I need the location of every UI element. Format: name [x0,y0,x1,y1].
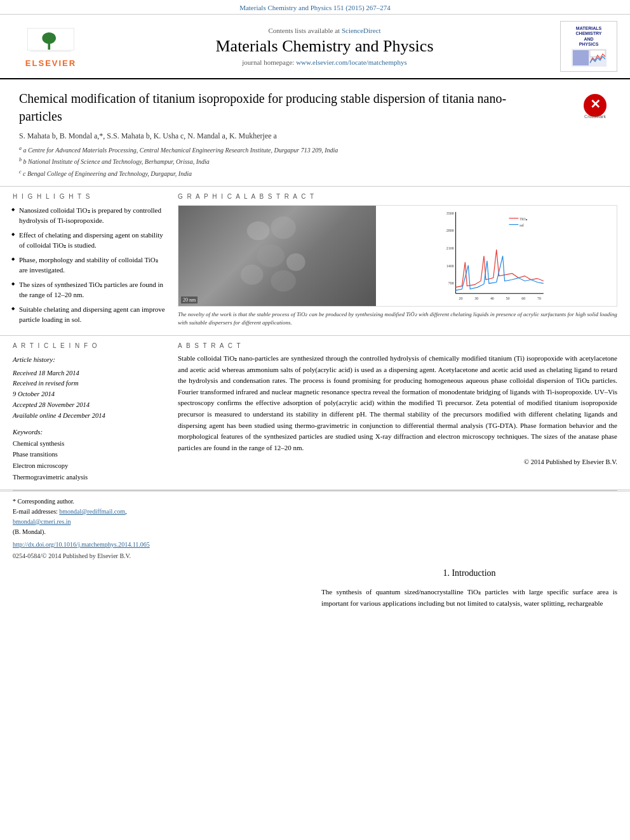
authors-list: S. Mahata b, B. Mondal a,*, S.S. Mahata … [19,131,566,141]
svg-point-10 [247,222,270,241]
journal-reference: Materials Chemistry and Physics 151 (201… [0,0,630,15]
sciencedirect-link[interactable]: ScienceDirect [342,27,381,34]
svg-text:CrossMark: CrossMark [584,114,606,119]
svg-text:2800: 2800 [446,229,453,232]
email-label: E-mail addresses: bmondal@rediffmail.com… [13,507,165,527]
abstract-label: A B S T R A C T [178,342,617,349]
sciencedirect-line: Contents lists available at ScienceDirec… [89,27,560,34]
svg-text:3500: 3500 [446,211,453,215]
keyword-3: Electron microscopy [13,460,165,472]
tem-nanoparticles [178,206,376,306]
introduction-text: The synthesis of quantum sized/nanocryst… [321,587,617,609]
svg-text:30: 30 [474,297,478,300]
keyword-2: Phase transitions [13,449,165,460]
journal-url[interactable]: www.elsevier.com/locate/matchemphys [296,58,407,66]
svg-point-14 [241,265,264,285]
affiliation-a: a a Centre for Advanced Materials Proces… [19,145,566,156]
article-info-column: A R T I C L E I N F O Article history: R… [13,342,165,483]
abstract-column: A B S T R A C T Stable colloidal TiO₂ na… [178,342,617,483]
article-info-label: A R T I C L E I N F O [13,342,165,349]
svg-text:20: 20 [459,297,462,300]
author-name-footnote: (B. Mondal). [13,527,165,537]
elsevier-logo-area: ELSEVIER [13,25,89,68]
svg-text:70: 70 [537,297,540,300]
svg-text:50: 50 [506,297,509,300]
issn-line: 0254-0584/© 2014 Published by Elsevier B… [13,551,165,561]
journal-cover-thumbnail: MATERIALSCHEMISTRYANDPHYSICS [560,21,617,72]
svg-text:60: 60 [521,297,525,300]
highlights-column: H I G H L I G H T S Nanosized colloidal … [13,193,165,329]
highlight-item-5: Suitable chelating and dispersing agent … [13,304,165,325]
copyright-line: © 2014 Published by Elsevier B.V. [178,458,617,465]
affiliations: a a Centre for Advanced Materials Proces… [19,145,566,179]
email-link-2[interactable]: bmondal@cmeri.res.in [13,518,70,525]
introduction-section: 1. Introduction The synthesis of quantum… [0,566,630,610]
crossmark-icon: ✕ CrossMark [579,93,611,121]
journal-homepage: journal homepage: www.elsevier.com/locat… [89,58,560,66]
svg-rect-5 [573,50,589,65]
journal-header: ELSEVIER Contents lists available at Sci… [0,15,630,79]
graphical-abstract-column: G R A P H I C A L A B S T R A C T 20 nm [178,193,617,329]
highlights-list: Nanosized colloidal TiO₂ is prepared by … [13,205,165,325]
received-date: Received 18 March 2014 [13,368,165,379]
highlight-item-2: Effect of chelating and dispersing agent… [13,230,165,251]
svg-point-15 [271,270,296,292]
history-title: Article history: [13,354,165,366]
journal-title: Materials Chemistry and Physics [89,37,560,56]
highlight-item-3: Phase, morphology and stability of collo… [13,255,165,276]
graphical-abstract-label: G R A P H I C A L A B S T R A C T [178,193,617,200]
affiliation-b: b b National Institute of Science and Te… [19,156,566,167]
journal-center-info: Contents lists available at ScienceDirec… [89,27,560,66]
keyword-1: Chemical synthesis [13,438,165,450]
intro-left-column [13,566,309,610]
keywords-label: Keywords: [13,428,165,436]
elsevier-emblem [22,25,79,57]
received-revised-label: Received in revised form [13,378,165,389]
svg-point-13 [286,253,305,271]
available-online-date: Available online 4 December 2014 [13,411,165,422]
highlight-item-1: Nanosized colloidal TiO₂ is prepared by … [13,205,165,226]
article-history: Article history: Received 18 March 2014 … [13,354,165,422]
scale-bar: 20 nm [181,297,198,303]
accepted-date: Accepted 28 November 2014 [13,400,165,411]
keywords-list: Chemical synthesis Phase transitions Ele… [13,438,165,483]
email-link-1[interactable]: bmondal@rediffmail.com [59,508,125,515]
xrd-chart: 3500 2800 2100 1400 700 20 30 40 50 60 7… [376,206,617,306]
tem-image: 20 nm [178,206,376,306]
article-info-abstract-section: A R T I C L E I N F O Article history: R… [0,336,630,490]
affiliation-c: c c Bengal College of Engineering and Te… [19,168,566,179]
paper-title: Chemical modification of titanium isopro… [19,90,540,125]
svg-text:✕: ✕ [590,97,601,111]
svg-text:700: 700 [448,281,453,285]
introduction-heading: 1. Introduction [321,566,617,580]
revised-date: 9 October 2014 [13,389,165,400]
svg-text:40: 40 [490,297,493,300]
svg-text:1400: 1400 [446,264,453,268]
keyword-4: Thermogravimetric analysis [13,472,165,483]
svg-point-2 [42,32,56,43]
journal-cover-graphic [572,49,607,67]
highlights-label: H I G H L I G H T S [13,193,165,200]
svg-text:TiO₂: TiO₂ [519,217,527,221]
graphical-abstract-image: 20 nm 3500 2800 2100 1400 700 20 30 [178,205,617,307]
intro-right-column: 1. Introduction The synthesis of quantum… [321,566,617,610]
crossmark-badge: ✕ CrossMark [579,93,611,124]
elsevier-wordmark: ELSEVIER [25,58,76,68]
svg-point-11 [271,217,296,239]
corresponding-author-note: * Corresponding author. [13,497,165,507]
svg-text:2100: 2100 [446,246,453,250]
xrd-chart-svg: 3500 2800 2100 1400 700 20 30 40 50 60 7… [376,206,617,306]
footnote-left-column: * Corresponding author. E-mail addresses… [13,497,165,561]
paper-title-section: Chemical modification of titanium isopro… [0,79,630,187]
footnote-section: * Corresponding author. E-mail addresses… [0,491,630,566]
svg-text:ref: ref [519,223,524,227]
svg-point-12 [257,244,285,267]
highlights-graphical-abstract-section: H I G H L I G H T S Nanosized colloidal … [0,187,630,336]
footnote-right-column [184,497,617,561]
journal-reference-text: Materials Chemistry and Physics 151 (201… [239,4,391,11]
abstract-text: Stable colloidal TiO₂ nano-particles are… [178,353,617,453]
doi-link: http://dx.doi.org/10.1016/j.matchemphys.… [13,540,165,550]
highlight-item-4: The sizes of synthesized TiO₂ particles … [13,279,165,300]
graphical-abstract-caption: The novelty of the work is that the stab… [178,310,617,326]
keywords-section: Keywords: Chemical synthesis Phase trans… [13,428,165,483]
